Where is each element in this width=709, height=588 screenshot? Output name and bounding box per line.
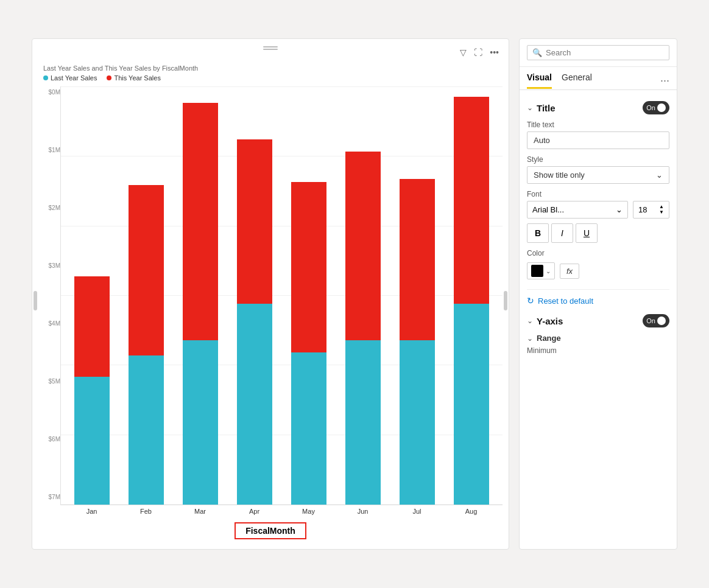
bar-cyan-aug [454,304,489,505]
chart-toolbar: ▽ ⛶ ••• [455,44,504,61]
color-swatch [531,265,543,277]
range-chevron-icon[interactable]: ⌄ [527,334,533,343]
x-label-jan: Jan [66,505,117,515]
bold-button[interactable]: B [527,223,549,243]
bar-cyan-jul [400,340,435,505]
expand-icon[interactable]: ⛶ [473,46,484,58]
y-axis-toggle-label: On [646,317,655,324]
color-row: ⌄ fx [527,262,669,279]
chart-panel: ▽ ⛶ ••• Last Year Sales and This Year Sa… [32,38,509,550]
bar-red-jan [74,276,110,377]
style-dropdown-value: Show title only [534,170,585,180]
x-label-aug: Aug [446,505,496,515]
bar-red-mar [183,103,218,340]
bar-cyan-jun [345,340,381,505]
font-family-value: Arial Bl... [532,205,564,214]
y-axis-toggle-circle [657,317,666,325]
bar-group-may [284,182,334,505]
bar-group-apr [230,139,280,505]
x-label-jun: Jun [337,505,388,515]
bar-stack-aug [454,97,489,505]
font-row: Arial Bl... ⌄ 18 ▲ ▼ [527,201,669,219]
bar-red-jun [345,152,381,340]
color-swatch-picker[interactable]: ⌄ [527,262,555,279]
style-dropdown[interactable]: Show title only ⌄ [527,166,669,184]
y-axis-section-header: ⌄ Y-axis On [527,314,669,327]
bar-group-jan [67,276,118,505]
x-labels: Jan Feb Mar Apr May Jun Jul Aug [60,505,503,515]
x-label-apr: Apr [229,505,280,515]
y-axis-toggle[interactable]: On [643,314,669,327]
bar-group-feb [121,185,172,505]
chart-legend: Last Year Sales This Year Sales [43,74,503,82]
tab-bar: Visual General ... [520,67,677,90]
chart-area: $7M $6M $5M $4M $3M $2M $1M $0M [38,86,503,515]
x-label-mar: Mar [175,505,225,515]
italic-button[interactable]: I [551,223,573,243]
bar-stack-feb [129,185,164,505]
title-chevron-icon[interactable]: ⌄ [527,103,533,112]
drag-handle[interactable] [263,46,278,50]
bar-cyan-apr [237,304,272,505]
legend-this-year-label: This Year Sales [114,74,160,82]
x-label-jul: Jul [392,505,442,515]
bar-cyan-mar [183,340,218,505]
tab-visual[interactable]: Visual [527,72,552,89]
more-options-icon[interactable]: ••• [489,46,500,58]
filter-icon[interactable]: ▽ [459,46,468,58]
y-axis-chevron-icon[interactable]: ⌄ [527,317,533,325]
bar-red-aug [454,97,489,304]
bar-stack-apr [237,139,272,505]
range-title: Range [537,334,561,343]
y-label-4m: $4M [38,320,60,327]
bar-group-jul [392,179,442,505]
x-label-may: May [283,505,334,515]
bar-red-feb [129,185,164,355]
y-axis-title-row: ⌄ Y-axis [527,316,563,326]
legend-dot-cyan [43,75,48,80]
reset-icon: ↻ [527,296,534,306]
x-label-feb: Feb [121,505,171,515]
minimum-label: Minimum [527,346,669,355]
bar-stack-jan [74,276,110,505]
tab-general[interactable]: General [562,72,592,89]
reset-label: Reset to default [538,296,593,306]
search-bar-inner[interactable]: 🔍 [527,45,669,60]
font-family-select[interactable]: Arial Bl... ⌄ [527,201,628,219]
format-buttons: B I U [527,223,669,243]
title-toggle[interactable]: On [643,101,669,114]
y-axis-labels: $7M $6M $5M $4M $3M $2M $1M $0M [38,86,60,515]
search-icon: 🔍 [532,48,542,57]
bar-cyan-jan [74,377,110,505]
resize-handle-right[interactable] [504,291,507,310]
panel-content: ⌄ Title On Title text Style Show title o… [520,90,677,549]
bar-stack-jun [345,152,381,505]
title-section-header: ⌄ Title On [527,101,669,114]
bar-group-aug [446,97,496,505]
search-input[interactable] [546,48,664,57]
bar-stack-mar [183,103,218,505]
range-header: ⌄ Range [527,334,669,343]
style-dropdown-chevron: ⌄ [656,170,663,180]
title-text-input[interactable] [527,131,669,149]
bar-red-jul [400,179,435,340]
font-label: Font [527,190,669,198]
color-chevron-icon: ⌄ [546,268,551,275]
underline-button[interactable]: U [576,223,598,243]
font-size-value: 18 [638,205,647,214]
y-label-2m: $2M [38,205,60,211]
bar-stack-jul [400,179,435,505]
search-bar: 🔍 [520,39,677,67]
bars-area: Jan Feb Mar Apr May Jun Jul Aug [60,86,503,515]
title-section-title: Title [537,103,556,113]
tab-more[interactable]: ... [660,72,669,89]
bar-group-jun [337,152,388,505]
y-label-0m: $0M [38,89,60,96]
font-size-input[interactable]: 18 ▲ ▼ [633,201,669,219]
title-text-label: Title text [527,121,669,129]
reset-row[interactable]: ↻ Reset to default [527,289,669,306]
fx-button[interactable]: fx [560,264,579,279]
font-family-chevron: ⌄ [616,205,623,214]
resize-handle-left[interactable] [34,291,37,310]
y-label-5m: $5M [38,378,60,385]
